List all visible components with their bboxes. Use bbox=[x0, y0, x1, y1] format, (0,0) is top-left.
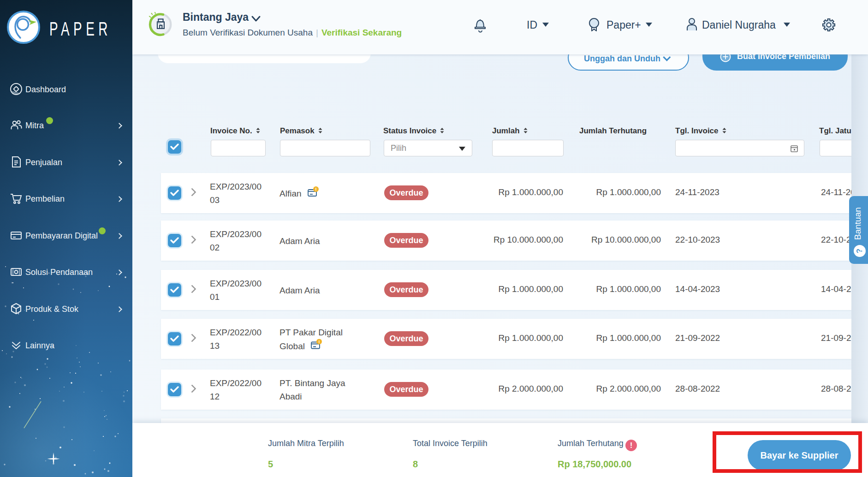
svg-text:!: ! bbox=[318, 339, 320, 344]
svg-text:!: ! bbox=[315, 187, 316, 191]
